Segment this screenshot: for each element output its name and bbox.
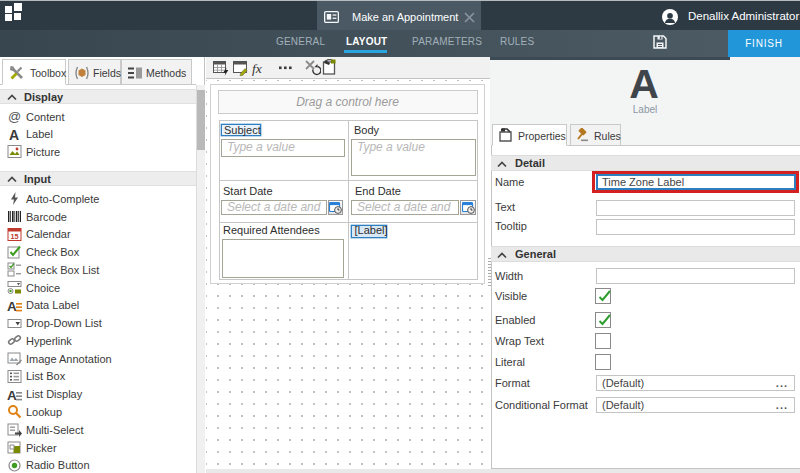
svg-text:15: 15 xyxy=(10,232,18,241)
svg-text:A: A xyxy=(7,299,17,313)
svg-text:A: A xyxy=(7,388,17,402)
svg-text:A: A xyxy=(9,127,19,142)
svg-text:@: @ xyxy=(8,109,21,124)
